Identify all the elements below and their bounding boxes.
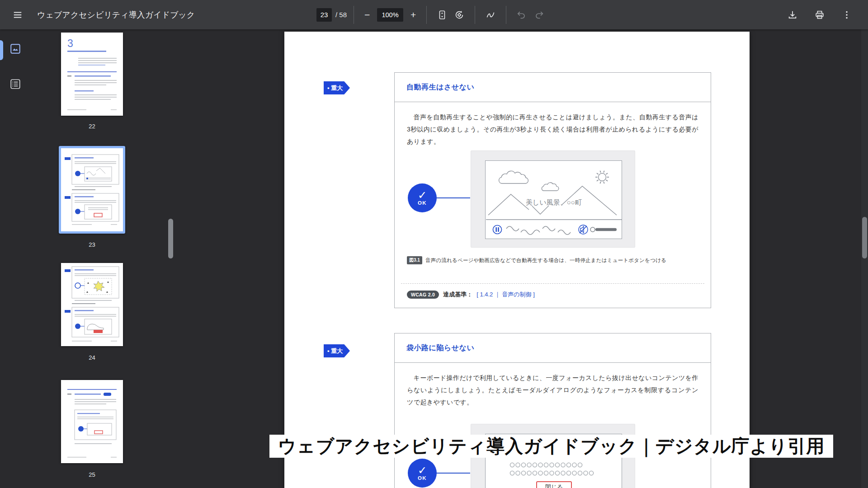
figure-number-badge: 図3.1 [407,256,422,264]
toolbar-divider [475,6,475,24]
section-heading: 袋小路に陥らせない [395,333,711,363]
wcag-criteria-row: WCAG 2.0 達成基準： [ 1.4.2 ｜ 音声の制御 ] [407,291,535,299]
sidebar-scrollbar-thumb[interactable] [168,219,173,258]
sun-icon [599,174,606,181]
page-count: / 58 [335,11,347,19]
ok-label: OK [418,200,427,206]
document-title: ウェブアクセシビリティ導入ガイドブック [37,9,195,20]
page-separator: / [335,11,337,19]
guideline-section-autoplay: 自動再生はさせない 音声を自動再生することや強制的に再生させることは避けましょう… [394,72,711,308]
annotate-button[interactable] [482,6,499,23]
severity-tag: • 重大 [324,81,350,94]
guideline-section-keyboard-trap: 袋小路に陥らせない キーボード操作だけで利用しているときに、一度フォーカスしたら… [394,333,711,488]
source-attribution-caption: ウェブアクセシビリティ導入ガイドブック｜デジタル庁より引用 [269,435,833,458]
mute-icon [579,225,588,234]
wcag-label: 達成基準： [443,291,472,299]
thumbnail-24-preview [61,263,123,346]
pdf-viewer-window: ウェブアクセシビリティ導入ガイドブック / 58 − 100% + [0,0,868,488]
ok-connector-line [435,197,470,198]
wcag-criterion-link[interactable]: [ 1.4.2 ｜ 音声の制御 ] [476,291,535,299]
main-scrollbar-thumb[interactable] [862,217,867,258]
thumbnails-view-button[interactable] [9,42,22,56]
svg-text:3: 3 [67,38,73,49]
toolbar-divider [506,6,506,24]
undo-icon [517,10,527,20]
menu-button[interactable] [9,6,26,23]
thumbnail-page-24[interactable] [61,263,123,346]
thumbnail-25-label: 25 [61,471,123,478]
zoom-level: 100% [377,8,403,22]
ok-connector-line [435,473,470,474]
section-body: キーボード操作だけで利用しているときに、一度フォーカスしたら抜け出せないコンテン… [407,372,698,408]
wcag-badge: WCAG 2.0 [407,291,439,299]
toolbar-divider [426,6,427,24]
placeholder-text-circles [509,461,599,478]
toolbar-center: / 58 − 100% + [316,0,547,29]
section-divider [401,283,704,284]
toolbar: ウェブアクセシビリティ導入ガイドブック / 58 − 100% + [0,0,868,29]
close-dialog-button: 閉じる [536,481,572,488]
main-scrollbar-track [861,29,868,488]
zoom-out-button[interactable]: − [361,8,373,22]
thumbnail-24-label: 24 [61,354,123,361]
severity-tag: • 重大 [324,344,350,357]
thumbnail-23-label: 23 [61,241,123,248]
rotate-button[interactable] [451,6,468,23]
figure-panel: 美しい風景、○○町 [471,150,635,248]
download-icon [788,10,797,20]
check-icon: ✓ [418,466,427,475]
section-body: 音声を自動再生することや強制的に再生させることは避けましょう。また、自動再生する… [407,111,698,148]
ok-label: OK [418,475,427,481]
thumbnail-page-25[interactable] [61,380,123,463]
check-icon: ✓ [418,191,427,200]
fit-page-icon [437,10,447,20]
document-outline-icon [9,78,21,90]
download-button[interactable] [784,6,801,23]
menu-icon [13,10,23,20]
rotate-ccw-icon [454,10,464,20]
redo-button[interactable] [530,6,547,23]
thumbnail-page-22[interactable]: 3 [61,33,123,116]
ok-badge: ✓ OK [408,183,437,212]
cloud-large [499,171,528,183]
figure-illustration: 美しい風景、○○町 [485,160,622,239]
thumbnail-page-23[interactable] [59,146,125,234]
mountain-left [488,194,529,215]
figure-caption: 図3.1 音声の流れるページや動画広告などで自動再生する場合は、一時停止またはミ… [407,256,666,264]
toolbar-divider [354,6,354,24]
left-rail [0,29,30,488]
illustration-text: 美しい風景、○○町 [526,198,582,206]
thumbnail-22-preview: 3 [61,33,123,116]
thumbnails-icon [9,43,21,55]
pause-icon [493,225,502,234]
thumbnail-23-preview [61,148,123,231]
ok-badge: ✓ OK [408,459,437,488]
thumbnail-25-preview [61,380,123,463]
undo-button[interactable] [513,6,530,23]
print-button[interactable] [811,6,828,23]
figure-caption-text: 音声の流れるページや動画広告などで自動再生する場合は、一時停止またはミュートボタ… [425,257,666,264]
sound-waves [506,226,571,235]
landscape-illustration: 美しい風景、○○町 [486,161,623,239]
more-options-icon [842,10,852,20]
thumbnail-22-label: 22 [61,123,123,130]
zoom-in-button[interactable]: + [407,8,420,22]
page-input[interactable] [316,8,332,22]
selected-tool-indicator [0,40,3,60]
fit-page-button[interactable] [434,6,451,23]
redo-icon [534,10,544,20]
more-options-button[interactable] [838,6,855,23]
outline-view-button[interactable] [9,77,22,91]
section-heading: 自動再生はさせない [395,73,711,102]
page-total: 58 [339,11,347,19]
annotate-pen-icon [486,10,495,20]
print-icon [815,10,825,20]
cloud-small [542,183,558,191]
pdf-page: • 重大 自動再生はさせない 音声を自動再生することや強制的に再生させることは避… [284,32,750,488]
valley-mark [532,206,549,214]
toolbar-left: ウェブアクセシビリティ導入ガイドブック [9,0,195,29]
toolbar-right [784,0,855,29]
volume-slider [590,227,617,232]
